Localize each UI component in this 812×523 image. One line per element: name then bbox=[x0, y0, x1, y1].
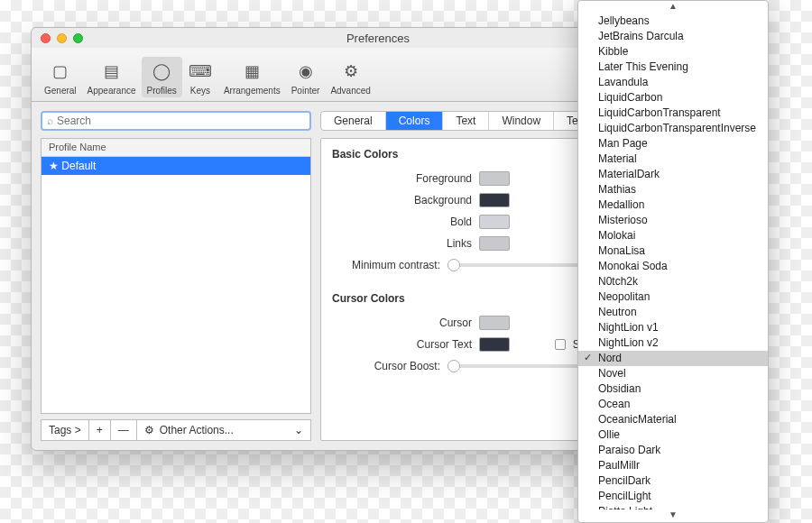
slider-thumb[interactable] bbox=[448, 259, 460, 271]
toolbar-appearance[interactable]: ▤Appearance bbox=[82, 57, 142, 97]
preset-item[interactable]: NightLion v1 bbox=[578, 320, 768, 335]
add-profile-button[interactable]: + bbox=[89, 419, 111, 441]
toolbar-label: Pointer bbox=[291, 86, 320, 96]
tab-text[interactable]: Text bbox=[443, 112, 489, 130]
color-label: Bold bbox=[450, 216, 472, 228]
preset-item[interactable]: Monokai Soda bbox=[578, 259, 768, 274]
preset-item[interactable]: Neopolitan bbox=[578, 289, 768, 305]
preset-item[interactable]: Lavandula bbox=[578, 75, 768, 90]
preset-item[interactable]: N0tch2k bbox=[578, 274, 768, 289]
toolbar-pointer[interactable]: ◉Pointer bbox=[286, 57, 326, 97]
preset-item[interactable]: Jellybeans bbox=[578, 14, 768, 29]
slider-thumb[interactable] bbox=[448, 360, 460, 372]
preset-item[interactable]: Kibble bbox=[578, 44, 768, 60]
preset-item[interactable]: LiquidCarbonTransparent bbox=[578, 106, 768, 121]
toolbar-label: Profiles bbox=[147, 86, 177, 96]
preset-item[interactable]: MonaLisa bbox=[578, 243, 768, 259]
color-swatch[interactable] bbox=[479, 171, 510, 186]
min-contrast-label: Minimum contrast: bbox=[332, 259, 440, 271]
profile-list: Profile Name ★ Default bbox=[41, 138, 311, 414]
gear-icon: ⚙ bbox=[144, 424, 154, 436]
other-actions-label: Other Actions... bbox=[160, 424, 234, 436]
toolbar-label: Arrangements bbox=[224, 86, 281, 96]
preset-item[interactable]: Misterioso bbox=[578, 213, 768, 228]
preset-item[interactable]: Neutron bbox=[578, 305, 768, 320]
profile-row-default[interactable]: ★ Default bbox=[42, 157, 310, 175]
toolbar-label: Keys bbox=[190, 86, 210, 96]
advanced-icon: ⚙ bbox=[338, 59, 364, 84]
preset-item[interactable]: Material bbox=[578, 151, 768, 167]
color-row: Foreground bbox=[332, 168, 510, 189]
color-swatch[interactable] bbox=[479, 215, 510, 229]
preset-item[interactable]: Mathias bbox=[578, 182, 768, 197]
tab-general[interactable]: General bbox=[321, 112, 386, 130]
toolbar-advanced[interactable]: ⚙Advanced bbox=[325, 57, 375, 97]
preset-item[interactable]: Novel bbox=[578, 366, 768, 381]
profile-list-header: Profile Name bbox=[42, 139, 310, 157]
appearance-icon: ▤ bbox=[99, 59, 125, 84]
preset-item[interactable]: Ollie bbox=[578, 427, 768, 443]
toolbar-label: Appearance bbox=[88, 86, 136, 96]
preset-item[interactable]: PencilLight bbox=[578, 489, 768, 504]
color-swatch[interactable] bbox=[479, 316, 510, 330]
preset-item[interactable]: Later This Evening bbox=[578, 60, 768, 75]
preset-item[interactable]: Paraiso Dark bbox=[578, 443, 768, 458]
scroll-up-icon[interactable]: ▲ bbox=[578, 1, 768, 14]
profile-actions: Tags > + — ⚙ Other Actions... ⌄ bbox=[41, 419, 311, 441]
arrangements-icon: ▦ bbox=[239, 59, 264, 84]
preset-item[interactable]: NightLion v2 bbox=[578, 335, 768, 351]
cursor-boost-label: Cursor Boost: bbox=[332, 360, 440, 372]
profiles-sidebar: ⌕ Profile Name ★ Default Tags > + — ⚙ Ot… bbox=[41, 111, 311, 441]
preset-item[interactable]: Nord bbox=[578, 351, 768, 366]
preset-item[interactable]: Man Page bbox=[578, 136, 768, 151]
color-label: Background bbox=[414, 194, 472, 206]
profile-search[interactable]: ⌕ bbox=[41, 111, 311, 131]
toolbar-profiles[interactable]: ◯Profiles bbox=[142, 57, 182, 97]
color-row: Cursor Text bbox=[332, 334, 510, 355]
preset-item[interactable]: Obsidian bbox=[578, 381, 768, 397]
color-row: Links bbox=[332, 233, 510, 254]
color-preset-dropdown[interactable]: ▲ JellybeansJetBrains DarculaKibbleLater… bbox=[577, 0, 769, 523]
checkbox[interactable] bbox=[555, 339, 566, 350]
toolbar-arrangements[interactable]: ▦Arrangements bbox=[218, 57, 286, 97]
toolbar-keys[interactable]: ⌨Keys bbox=[182, 57, 218, 97]
toolbar-label: Advanced bbox=[330, 86, 370, 96]
general-icon: ▢ bbox=[48, 59, 73, 84]
profiles-icon: ◯ bbox=[149, 59, 174, 84]
search-input[interactable] bbox=[57, 115, 305, 127]
color-label: Foreground bbox=[416, 172, 472, 185]
toolbar-label: General bbox=[44, 86, 77, 96]
color-row: Bold bbox=[332, 211, 510, 233]
chevron-down-icon: ⌄ bbox=[294, 424, 303, 436]
search-icon: ⌕ bbox=[47, 115, 53, 127]
preset-item[interactable]: PaulMillr bbox=[578, 458, 768, 473]
color-row: Cursor bbox=[332, 312, 510, 334]
preset-item[interactable]: MaterialDark bbox=[578, 167, 768, 182]
keys-icon: ⌨ bbox=[188, 59, 213, 84]
tab-colors[interactable]: Colors bbox=[386, 112, 444, 130]
preset-item[interactable]: Medallion bbox=[578, 197, 768, 213]
preset-item[interactable]: OceanicMaterial bbox=[578, 412, 768, 427]
pointer-icon: ◉ bbox=[293, 59, 318, 84]
tab-window[interactable]: Window bbox=[489, 112, 554, 130]
preset-item[interactable]: Ocean bbox=[578, 397, 768, 412]
toolbar-general[interactable]: ▢General bbox=[39, 57, 82, 97]
tags-button[interactable]: Tags > bbox=[41, 419, 89, 441]
preset-item[interactable]: PencilDark bbox=[578, 473, 768, 489]
color-label: Links bbox=[447, 237, 472, 250]
color-swatch[interactable] bbox=[479, 337, 510, 352]
color-swatch[interactable] bbox=[479, 236, 510, 251]
preset-item[interactable]: LiquidCarbon bbox=[578, 90, 768, 106]
color-label: Cursor bbox=[439, 317, 472, 329]
color-row: Background bbox=[332, 189, 510, 211]
remove-profile-button[interactable]: — bbox=[111, 419, 137, 441]
color-label: Cursor Text bbox=[417, 338, 472, 351]
preset-item[interactable]: JetBrains Darcula bbox=[578, 29, 768, 44]
other-actions-dropdown[interactable]: ⚙ Other Actions... ⌄ bbox=[137, 419, 311, 441]
preset-item[interactable]: Molokai bbox=[578, 228, 768, 243]
color-swatch[interactable] bbox=[479, 193, 510, 207]
preset-item[interactable]: LiquidCarbonTransparentInverse bbox=[578, 121, 768, 136]
scroll-down-icon[interactable]: ▼ bbox=[578, 509, 768, 522]
